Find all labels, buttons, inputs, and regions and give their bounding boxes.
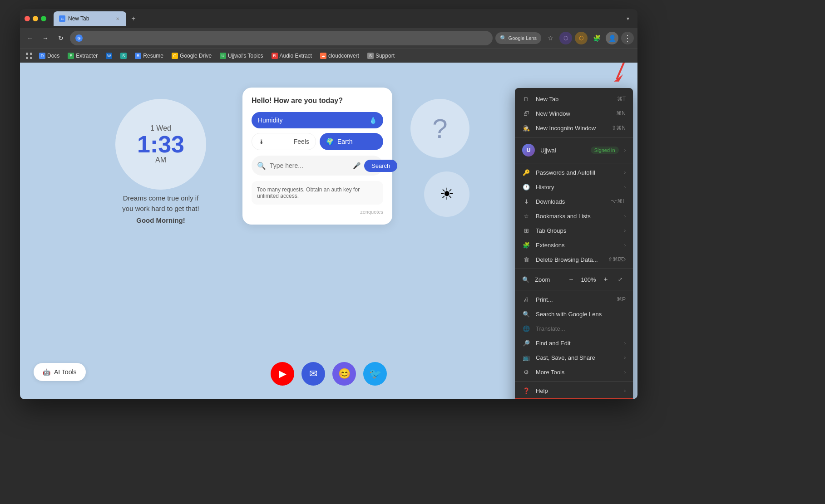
menu-print[interactable]: 🖨 Print... ⌘P bbox=[515, 292, 633, 307]
print-label: Print... bbox=[536, 296, 611, 303]
menu-translate: 🌐 Translate... bbox=[515, 321, 633, 336]
earth-icon: 🌍 bbox=[326, 138, 334, 145]
close-window-btn[interactable] bbox=[25, 16, 30, 21]
reload-btn[interactable]: ↻ bbox=[54, 32, 67, 44]
dock-email-btn[interactable]: ✉ bbox=[301, 362, 325, 386]
passwords-arrow-icon: › bbox=[624, 170, 626, 175]
menu-new-window[interactable]: 🗗 New Window ⌘N bbox=[515, 106, 633, 121]
menu-new-incognito[interactable]: 🕵 New Incognito Window ⇧⌘N bbox=[515, 121, 633, 135]
mic-icon[interactable]: 🎤 bbox=[353, 162, 361, 169]
menu-more-tools[interactable]: ⚙ More Tools › bbox=[515, 365, 633, 379]
clock-widget: 1 Wed 1:33 AM Dreams come true only if y… bbox=[115, 99, 206, 226]
menu-passwords[interactable]: 🔑 Passwords and Autofill › bbox=[515, 165, 633, 180]
print-icon: 🖨 bbox=[522, 295, 530, 303]
maximize-window-btn[interactable] bbox=[41, 16, 46, 21]
downloads-icon: ⬇ bbox=[522, 197, 530, 206]
bookmark-icon3[interactable]: S bbox=[117, 51, 130, 60]
cloud-favicon: ☁ bbox=[320, 53, 326, 59]
chrome-menu-btn[interactable]: ⋮ bbox=[621, 32, 634, 44]
history-icon: 🕐 bbox=[522, 183, 530, 191]
extensions-arrow-icon: › bbox=[624, 243, 626, 248]
chevron-down-icon[interactable]: ▾ bbox=[623, 14, 633, 24]
bookmark-star-btn[interactable]: ☆ bbox=[544, 32, 557, 44]
address-bar[interactable]: G bbox=[70, 31, 493, 45]
back-btn[interactable]: ← bbox=[24, 32, 36, 44]
address-input[interactable] bbox=[86, 35, 487, 42]
earth-btn[interactable]: 🌍 Earth bbox=[320, 133, 383, 150]
menu-extensions[interactable]: 🧩 Extensions › bbox=[515, 238, 633, 252]
bookmark-resume[interactable]: R Resume bbox=[131, 51, 167, 60]
help-arrow-icon: › bbox=[624, 388, 626, 393]
search-bar-widget[interactable]: 🔍 🎤 Search bbox=[252, 156, 383, 176]
bookmark-extracter[interactable]: E Extracter bbox=[64, 51, 101, 60]
dock-youtube-btn[interactable]: ▶ bbox=[271, 362, 294, 386]
star-icon: ☆ bbox=[548, 34, 553, 42]
find-edit-arrow-icon: › bbox=[624, 341, 626, 346]
zoom-minus-btn[interactable]: − bbox=[566, 274, 577, 285]
svg-rect-0 bbox=[26, 53, 28, 55]
back-icon: ← bbox=[27, 34, 33, 42]
bookmark-audio-label: Audio Extract bbox=[280, 53, 312, 59]
active-tab[interactable]: G New Tab ✕ bbox=[54, 11, 126, 26]
extensions-puzzle-btn[interactable]: 🧩 bbox=[590, 32, 603, 44]
new-window-label: New Window bbox=[536, 110, 611, 117]
menu-delete-browsing[interactable]: 🗑 Delete Browsing Data... ⇧⌘⌦ bbox=[515, 252, 633, 267]
menu-find-edit[interactable]: 🔎 Find and Edit › bbox=[515, 336, 633, 350]
search-btn-widget[interactable]: Search bbox=[364, 160, 397, 172]
menu-search-google-lens[interactable]: 🔍 Search with Google Lens bbox=[515, 307, 633, 321]
new-window-shortcut: ⌘N bbox=[616, 110, 626, 117]
history-arrow-icon: › bbox=[624, 185, 626, 190]
profile-btn[interactable]: 👤 bbox=[606, 32, 618, 44]
extension-icon-1[interactable]: ⬡ bbox=[559, 32, 572, 44]
zoom-plus-btn[interactable]: + bbox=[600, 274, 611, 285]
bookmark-audio[interactable]: R Audio Extract bbox=[268, 51, 316, 60]
menu-signed-in: Signed in bbox=[591, 147, 619, 154]
menu-downloads[interactable]: ⬇ Downloads ⌥⌘L bbox=[515, 194, 633, 209]
tab-close-btn[interactable]: ✕ bbox=[114, 15, 121, 22]
ai-tools-btn[interactable]: 🤖 AI Tools bbox=[34, 363, 86, 381]
toolbar: ← → ↻ G 🔍 Search with Google Lens Google… bbox=[20, 28, 637, 48]
apps-icon[interactable] bbox=[24, 50, 35, 61]
bookmark-support[interactable]: S Support bbox=[364, 51, 398, 60]
bookmark-support-label: Support bbox=[375, 53, 395, 59]
delete-icon: 🗑 bbox=[522, 255, 530, 264]
bookmark-cloudconvert[interactable]: ☁ cloudconvert bbox=[316, 51, 363, 60]
sun-icon: ☀ bbox=[440, 185, 454, 204]
google-lens-text: Google Lens bbox=[509, 35, 537, 41]
search-input-widget[interactable] bbox=[270, 162, 349, 169]
google-lens-btn[interactable]: 🔍 Search with Google Lens Google Lens bbox=[495, 32, 541, 44]
dock-emoji-btn[interactable]: 😊 bbox=[332, 362, 356, 386]
menu-help[interactable]: ❓ Help › bbox=[515, 383, 633, 398]
zoom-expand-btn[interactable]: ⤢ bbox=[615, 274, 626, 285]
dock-twitter-btn[interactable]: 🐦 bbox=[363, 362, 387, 386]
menu-tab-groups[interactable]: ⊞ Tab Groups › bbox=[515, 223, 633, 238]
extensions-icon: 🧩 bbox=[522, 241, 530, 249]
feels-label: Feels bbox=[294, 138, 309, 145]
traffic-lights bbox=[25, 16, 46, 21]
humidity-btn[interactable]: Humidity 💧 bbox=[252, 112, 383, 128]
new-tab-btn[interactable]: + bbox=[128, 13, 139, 24]
menu-history[interactable]: 🕐 History › bbox=[515, 180, 633, 194]
zenquotes-label: zenquotes bbox=[360, 209, 383, 215]
bookmark-docs[interactable]: D Docs bbox=[35, 51, 63, 60]
menu-profile-row[interactable]: U Ujjwal Signed in › bbox=[515, 139, 633, 161]
menu-bookmarks[interactable]: ☆ Bookmarks and Lists › bbox=[515, 209, 633, 223]
bookmark-gdrive[interactable]: G Google Drive bbox=[168, 51, 215, 60]
history-label: History bbox=[536, 184, 619, 191]
feels-icon: 🌡 bbox=[258, 138, 265, 145]
bookmark-icon2[interactable]: W bbox=[102, 51, 116, 60]
minimize-window-btn[interactable] bbox=[33, 16, 38, 21]
bookmark-topics[interactable]: U Ujjwal's Topics bbox=[216, 51, 267, 60]
forward-btn[interactable]: → bbox=[39, 32, 52, 44]
help-icon: ❓ bbox=[522, 387, 530, 395]
error-msg: Too many requests. Obtain an auth key fo… bbox=[257, 186, 360, 199]
menu-new-tab[interactable]: 🗋 New Tab ⌘T bbox=[515, 92, 633, 106]
humidity-icon: 💧 bbox=[369, 117, 377, 124]
zoom-label: Zoom bbox=[535, 276, 562, 283]
svg-marker-5 bbox=[614, 74, 623, 82]
extension-icon-2[interactable]: ⬡ bbox=[575, 32, 588, 44]
translate-icon: 🌐 bbox=[522, 324, 530, 333]
feels-btn[interactable]: 🌡 Feels bbox=[252, 133, 316, 150]
menu-cast[interactable]: 📺 Cast, Save, and Share › bbox=[515, 350, 633, 365]
menu-settings[interactable]: ⚙ Settings ⌘, bbox=[515, 398, 633, 399]
